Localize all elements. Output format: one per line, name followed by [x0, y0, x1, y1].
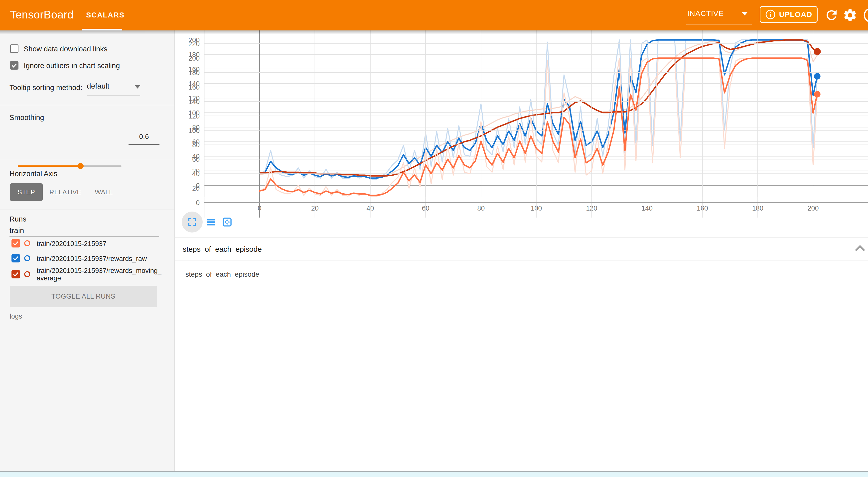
run-color-radio[interactable] — [24, 271, 30, 277]
svg-text:0: 0 — [196, 199, 200, 206]
divider — [0, 210, 175, 210]
chevron-down-icon — [742, 12, 748, 15]
run-color-radio[interactable] — [24, 240, 30, 246]
check-icon — [12, 255, 19, 261]
app-header: TensorBoard SCALARS INACTIVE UPLOAD — [0, 0, 868, 30]
check-icon — [12, 271, 19, 278]
svg-text:20: 20 — [192, 185, 200, 192]
run-label: train/20201015-215937/rewards_raw — [37, 255, 163, 262]
collapse-chevron-icon[interactable] — [854, 244, 867, 253]
refresh-icon[interactable] — [824, 8, 839, 23]
run-row[interactable]: train/20201015-215937 — [0, 239, 175, 252]
tooltip-sorting-value: default — [87, 82, 109, 90]
axis-step-button[interactable]: STEP — [10, 183, 43, 201]
svg-text:100: 100 — [188, 127, 200, 134]
data-status-select[interactable]: INACTIVE — [686, 0, 752, 30]
upload-button-label: UPLOAD — [779, 10, 812, 19]
toggle-all-runs-button[interactable]: TOGGLE ALL RUNS — [10, 286, 157, 307]
run-checkbox[interactable] — [11, 270, 20, 278]
divider — [0, 160, 175, 160]
data-status-value: INACTIVE — [687, 9, 724, 18]
ignore-outliers-label: Ignore outliers in chart scaling — [24, 62, 120, 70]
ignore-outliers-checkbox[interactable] — [10, 61, 19, 70]
settings-gear-icon[interactable] — [842, 8, 858, 23]
runs-heading: Runs — [9, 215, 27, 223]
axis-relative-button[interactable]: RELATIVE — [47, 183, 84, 201]
input-underline — [128, 144, 159, 145]
tensorboard-app: TensorBoard SCALARS INACTIVE UPLOAD — [0, 0, 868, 477]
svg-text:160: 160 — [188, 84, 200, 91]
header-shadow — [0, 30, 868, 34]
chevron-down-icon — [135, 85, 140, 89]
tooltip-sorting-label: Tooltip sorting method: — [9, 84, 82, 92]
tab-scalars[interactable]: SCALARS — [82, 0, 122, 30]
settings-sidebar: Show data download links Ignore outliers… — [0, 30, 175, 471]
svg-text:120: 120 — [188, 113, 200, 120]
show-download-links-checkbox[interactable] — [10, 44, 19, 53]
smoothing-slider-thumb[interactable] — [78, 163, 84, 169]
select-underline — [686, 24, 752, 25]
tab-active-underline — [82, 29, 122, 30]
svg-text:180: 180 — [188, 69, 200, 76]
run-checkbox[interactable] — [11, 254, 20, 262]
info-icon — [765, 9, 776, 20]
show-download-links-label: Show data download links — [24, 45, 107, 53]
steps-chart-canvas[interactable]: 020406080100120140160180200220 — [175, 30, 868, 218]
check-icon — [11, 62, 18, 69]
select-underline — [87, 96, 140, 96]
smoothing-slider[interactable] — [18, 165, 122, 167]
upload-button[interactable]: UPLOAD — [760, 6, 817, 23]
chart-card-title: steps_of_each_episode — [185, 271, 259, 278]
section-title: steps_of_each_episode — [183, 245, 262, 253]
run-label: train/20201015-215937/rewards_moving_ave… — [37, 267, 163, 282]
tab-scalars-label: SCALARS — [86, 11, 125, 19]
scalars-dashboard: 0204060801001201401601802000204060801001… — [175, 30, 868, 477]
divider — [0, 105, 175, 105]
svg-text:40: 40 — [192, 170, 200, 178]
bottom-scroll-strip[interactable] — [0, 472, 868, 477]
check-icon — [12, 240, 19, 247]
horizontal-axis-label: Horizontal Axis — [9, 170, 57, 178]
tooltip-sorting-select[interactable]: default — [87, 82, 140, 94]
runs-filter-input[interactable]: train — [9, 226, 24, 235]
divider — [175, 260, 868, 260]
run-row[interactable]: train/20201015-215937/rewards_raw — [0, 254, 175, 266]
svg-text:80: 80 — [192, 141, 200, 149]
smoothing-label: Smoothing — [9, 114, 44, 122]
svg-text:60: 60 — [192, 156, 200, 163]
logdir-label: logs — [10, 313, 22, 320]
axis-wall-button[interactable]: WALL — [89, 183, 119, 201]
smoothing-slider-fill — [18, 165, 80, 167]
section-header-steps-of-each-episode[interactable]: steps_of_each_episode — [175, 238, 868, 260]
run-row[interactable]: train/20201015-215937/rewards_moving_ave… — [0, 266, 175, 286]
svg-text:140: 140 — [188, 98, 200, 105]
svg-text:220: 220 — [188, 40, 200, 47]
svg-text:200: 200 — [188, 55, 200, 62]
run-label: train/20201015-215937 — [37, 240, 163, 248]
run-checkbox[interactable] — [11, 239, 20, 248]
app-title: TensorBoard — [10, 8, 73, 21]
run-color-radio[interactable] — [24, 255, 30, 261]
help-icon[interactable] — [863, 7, 868, 23]
smoothing-value-input[interactable]: 0.6 — [128, 133, 159, 141]
input-underline — [9, 236, 159, 237]
